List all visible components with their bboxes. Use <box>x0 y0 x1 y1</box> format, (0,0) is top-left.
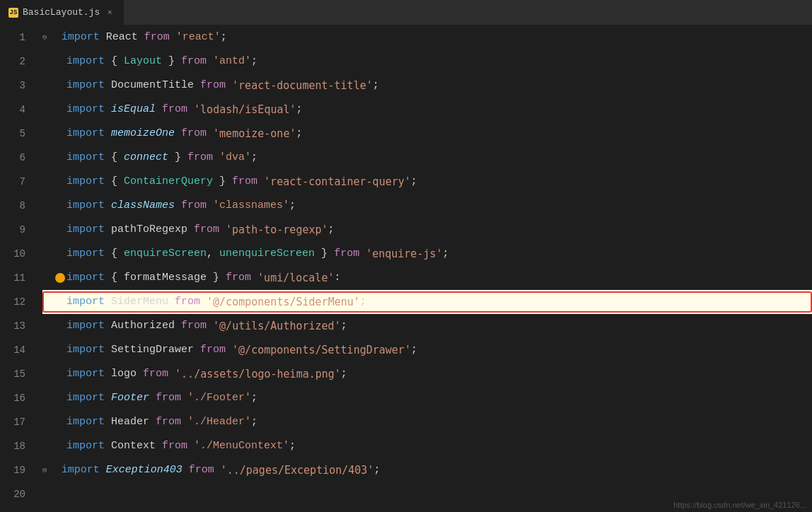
token: ; <box>221 25 227 50</box>
token: from <box>189 458 221 482</box>
token: ; <box>341 362 347 386</box>
token: './Header' <box>187 410 251 434</box>
token: '../pages/Exception/403' <box>221 458 374 482</box>
token: '@/utils/Authorized' <box>213 314 341 338</box>
token: ; <box>341 314 347 338</box>
token: ; <box>296 122 302 146</box>
token: } <box>207 266 226 290</box>
token: ; <box>289 194 296 218</box>
token: SiderMenu <box>111 290 175 314</box>
token: } <box>213 170 232 194</box>
token: ; <box>373 74 379 98</box>
token: isEqual <box>111 98 162 122</box>
line-number-9: 9 <box>11 218 25 242</box>
js-icon: JS <box>8 8 18 18</box>
line-number-13: 13 <box>11 314 25 338</box>
token: from <box>181 50 213 74</box>
token: import <box>66 434 111 458</box>
token: 'memoize-one' <box>213 122 296 146</box>
line-number-8: 8 <box>11 194 25 218</box>
token: Context <box>111 434 162 458</box>
line-number-12: 12 <box>11 290 25 314</box>
line-number-14: 14 <box>11 338 25 362</box>
watermark: https://blog.csdn.net/we_xin_421126... <box>673 501 806 509</box>
token: from <box>194 218 226 242</box>
token: import <box>66 290 111 314</box>
token: import <box>66 218 111 242</box>
token: from <box>181 314 213 338</box>
token: 'enquire-js' <box>366 242 442 266</box>
token: classNames <box>111 194 181 218</box>
token: from <box>144 25 176 50</box>
token: 'umi/locale' <box>257 266 334 290</box>
token: : <box>334 266 340 290</box>
token: ; <box>296 98 303 122</box>
token: import <box>66 386 111 410</box>
line-number-4: 4 <box>11 98 25 122</box>
token: import <box>66 50 111 74</box>
code-line-7: import { ContainerQuery } from 'react-co… <box>42 170 812 194</box>
token: '@/components/SiderMenu' <box>207 290 360 314</box>
token: from <box>181 194 213 218</box>
token: pathToRegexp <box>111 218 194 242</box>
code-line-3: import DocumentTitle from 'react-documen… <box>42 74 812 98</box>
token: '../assets/logo-heima.png' <box>175 362 341 386</box>
token: import <box>62 25 106 50</box>
token: '@/components/SettingDrawer' <box>232 338 411 362</box>
line-number-3: 3 <box>11 74 25 98</box>
token: unenquireScreen <box>219 242 315 266</box>
tab-basiclayout[interactable]: JS BasicLayout.js × <box>0 0 124 25</box>
token: import <box>66 194 111 218</box>
token: './MenuContext' <box>194 434 289 458</box>
token: 'antd' <box>213 50 251 74</box>
line-number-7: 7 <box>11 170 25 194</box>
code-line-16: import Footer from './Footer'; <box>42 386 812 410</box>
line-number-15: 15 <box>11 362 25 386</box>
token: connect <box>124 146 168 170</box>
token: import <box>66 362 111 386</box>
token: ; <box>360 290 366 314</box>
fold-arrow-19[interactable]: ⊖ <box>42 458 47 482</box>
code-line-6: import { connect } from 'dva'; <box>42 146 812 170</box>
token: import <box>66 410 111 434</box>
token: SettingDrawer <box>111 338 200 362</box>
code-line-18: import Context from './MenuContext'; <box>42 434 812 458</box>
line-number-20: 20 <box>11 482 25 506</box>
token: 'classnames' <box>213 194 289 218</box>
token: ; <box>411 338 417 362</box>
token: from <box>175 290 207 314</box>
token: 'dva' <box>219 146 251 170</box>
token: { <box>111 170 124 194</box>
tab-bar: JS BasicLayout.js × <box>0 0 812 25</box>
token: ; <box>373 458 380 482</box>
token: from <box>162 98 194 122</box>
token: Exception403 <box>106 458 189 482</box>
tab-close-button[interactable]: × <box>104 7 115 18</box>
token: DocumentTitle <box>111 74 200 98</box>
code-line-8: import classNames from 'classnames'; <box>42 194 812 218</box>
code-line-17: import Header from './Header'; <box>42 410 812 434</box>
token: Layout <box>124 50 162 74</box>
code-area[interactable]: ⊖import React from 'react';import { Layo… <box>37 25 812 512</box>
token: import <box>66 338 111 362</box>
token: ; <box>289 434 296 458</box>
token: ; <box>251 386 257 410</box>
line-number-17: 17 <box>11 410 25 434</box>
token: from <box>226 266 257 290</box>
token: from <box>156 386 187 410</box>
token: ; <box>411 170 417 194</box>
token: from <box>162 434 194 458</box>
code-line-13: import Authorized from '@/utils/Authoriz… <box>42 314 812 338</box>
token: } <box>162 50 181 74</box>
token: , <box>207 242 219 266</box>
token: import <box>62 458 106 482</box>
fold-arrow-1[interactable]: ⊖ <box>42 25 47 50</box>
token: } <box>168 146 187 170</box>
token: import <box>66 146 111 170</box>
token: } <box>315 242 334 266</box>
code-line-2: import { Layout } from 'antd'; <box>42 50 812 74</box>
token: ContainerQuery <box>124 170 213 194</box>
token: memoizeOne <box>111 122 181 146</box>
token: import <box>66 98 111 122</box>
token: 'react' <box>176 25 221 50</box>
